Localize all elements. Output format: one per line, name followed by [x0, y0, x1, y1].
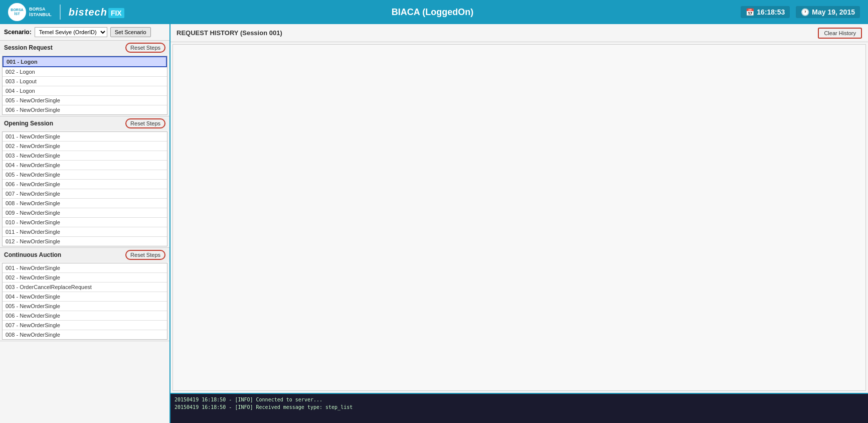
list-item[interactable]: 002 - NewOrderSingle — [3, 273, 167, 283]
continuous-auction-list: 001 - NewOrderSingle 002 - NewOrderSingl… — [2, 263, 167, 340]
bistech-logo: bistech FIX — [69, 7, 124, 18]
date-display: 🕐 May 19, 2015 — [796, 6, 860, 18]
time-value: 16:18:53 — [757, 8, 785, 16]
istanbul-text: İSTANBUL — [29, 12, 52, 18]
list-item[interactable]: 007 - NewOrderSingle — [3, 189, 167, 199]
clock-display: 📅 16:18:53 — [741, 6, 790, 18]
list-item[interactable]: 011 - NewOrderSingle — [3, 227, 167, 237]
scenario-bar: Scenario: Temel Seviye (OrderID) Set Sce… — [0, 24, 169, 41]
log-panel: 20150419 16:18:50 - [INFO] Connected to … — [170, 393, 868, 423]
history-content — [172, 44, 866, 391]
section-opening-session: Opening Session Reset Steps 001 - NewOrd… — [0, 116, 169, 248]
list-item[interactable]: 005 - NewOrderSingle — [3, 96, 167, 105]
list-item[interactable]: 003 - OrderCancelReplaceRequest — [3, 283, 167, 292]
set-scenario-button[interactable]: Set Scenario — [110, 27, 151, 37]
list-item[interactable]: 001 - NewOrderSingle — [3, 132, 167, 142]
list-item[interactable]: 005 - NewOrderSingle — [3, 170, 167, 180]
opening-session-header: Opening Session Reset Steps — [0, 116, 169, 130]
list-item[interactable]: 001 - Logon — [3, 56, 167, 67]
app-header: BORSAİST BORSA İSTANBUL bistech FIX BIAC… — [0, 0, 868, 24]
session-request-reset-button[interactable]: Reset Steps — [125, 43, 165, 53]
list-item[interactable]: 008 - NewOrderSingle — [3, 330, 167, 339]
list-item[interactable]: 004 - NewOrderSingle — [3, 292, 167, 302]
header-right: 📅 16:18:53 🕐 May 19, 2015 — [741, 6, 860, 18]
logo-circle-text: BORSAİST — [11, 8, 23, 16]
opening-session-title: Opening Session — [4, 120, 53, 127]
continuous-auction-title: Continuous Auction — [4, 251, 61, 258]
clock-icon: 🕐 — [801, 8, 809, 16]
logo-divider — [60, 5, 61, 20]
left-panel: Scenario: Temel Seviye (OrderID) Set Sce… — [0, 24, 170, 423]
list-item[interactable]: 001 - NewOrderSingle — [3, 263, 167, 273]
right-panel: REQUEST HISTORY (Session 001) Clear Hist… — [170, 24, 868, 423]
borsa-text: BORSA — [29, 7, 52, 12]
list-item[interactable]: 002 - Logon — [3, 67, 167, 77]
log-line: 20150419 16:18:50 - [INFO] Received mess… — [175, 403, 864, 411]
list-item[interactable]: 002 - NewOrderSingle — [3, 142, 167, 151]
fix-badge: FIX — [108, 8, 124, 18]
list-item[interactable]: 003 - Logout — [3, 77, 167, 86]
logo-area: BORSAİST BORSA İSTANBUL bistech FIX — [8, 3, 124, 21]
list-item[interactable]: 003 - NewOrderSingle — [3, 151, 167, 161]
list-item[interactable]: 006 - NewOrderSingle — [3, 105, 167, 114]
request-history-header: REQUEST HISTORY (Session 001) Clear Hist… — [170, 24, 868, 42]
clear-history-button[interactable]: Clear History — [818, 28, 862, 39]
list-item[interactable]: 006 - NewOrderSingle — [3, 180, 167, 189]
left-panel-scroll: Session Request Reset Steps 001 - Logon … — [0, 41, 169, 423]
scenario-label: Scenario: — [4, 29, 32, 36]
section-continuous-auction: Continuous Auction Reset Steps 001 - New… — [0, 248, 169, 341]
list-item[interactable]: 007 - NewOrderSingle — [3, 321, 167, 330]
log-line: 20150419 16:18:50 - [INFO] Connected to … — [175, 396, 864, 403]
list-item[interactable]: 006 - NewOrderSingle — [3, 311, 167, 321]
section-session-request: Session Request Reset Steps 001 - Logon … — [0, 41, 169, 116]
list-item[interactable]: 004 - NewOrderSingle — [3, 161, 167, 170]
main-container: Scenario: Temel Seviye (OrderID) Set Sce… — [0, 24, 868, 423]
logo-circle: BORSAİST — [8, 3, 26, 21]
continuous-auction-header: Continuous Auction Reset Steps — [0, 248, 169, 262]
request-history-title: REQUEST HISTORY (Session 001) — [177, 29, 282, 37]
session-request-header: Session Request Reset Steps — [0, 41, 169, 55]
app-title: BIACA (LoggedOn) — [392, 7, 473, 18]
list-item[interactable]: 009 - NewOrderSingle — [3, 208, 167, 218]
bistech-text: bistech — [69, 7, 107, 18]
opening-session-reset-button[interactable]: Reset Steps — [125, 118, 165, 128]
list-item[interactable]: 008 - NewOrderSingle — [3, 199, 167, 208]
list-item[interactable]: 004 - Logon — [3, 86, 167, 96]
continuous-auction-reset-button[interactable]: Reset Steps — [125, 250, 165, 260]
date-value: May 19, 2015 — [812, 8, 855, 16]
calendar-icon: 📅 — [746, 8, 754, 16]
scenario-dropdown[interactable]: Temel Seviye (OrderID) — [35, 27, 107, 37]
list-item[interactable]: 012 - NewOrderSingle — [3, 237, 167, 246]
list-item[interactable]: 005 - NewOrderSingle — [3, 302, 167, 311]
borsa-istanbul-logo: BORSAİST BORSA İSTANBUL — [8, 3, 52, 21]
list-item[interactable]: 010 - NewOrderSingle — [3, 218, 167, 227]
session-request-list: 001 - Logon 002 - Logon 003 - Logout 004… — [2, 56, 167, 115]
opening-session-list: 001 - NewOrderSingle 002 - NewOrderSingl… — [2, 131, 167, 246]
session-request-title: Session Request — [4, 44, 53, 51]
